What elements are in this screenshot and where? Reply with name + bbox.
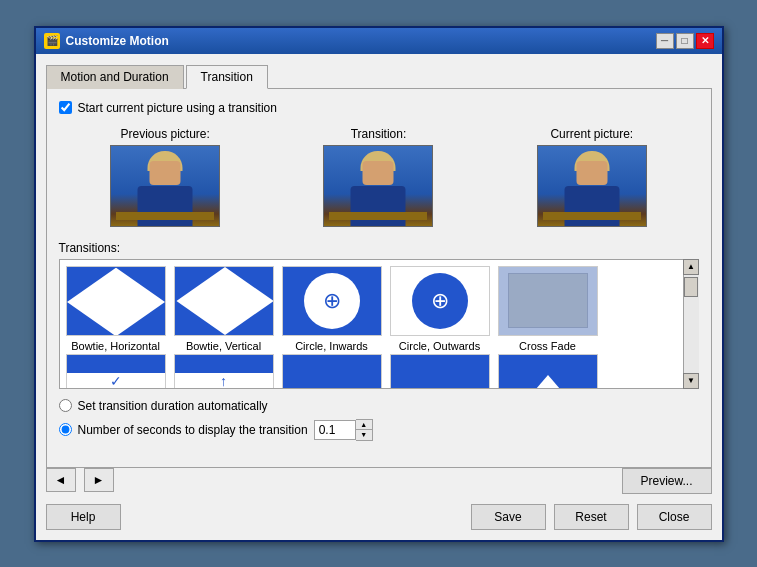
num-seconds-row: Number of seconds to display the transit… <box>59 419 699 441</box>
auto-duration-label: Set transition duration automatically <box>78 399 268 413</box>
options-section: Set transition duration automatically Nu… <box>59 399 699 441</box>
transition-bowtie-v-label: Bowtie, Vertical <box>186 340 261 352</box>
scroll-thumb[interactable] <box>684 277 698 297</box>
previous-picture-label: Previous picture: <box>120 127 209 141</box>
preview-area: Preview... <box>122 468 712 494</box>
close-button[interactable]: Close <box>637 504 712 530</box>
window-body: Motion and Duration Transition Start cur… <box>36 54 722 540</box>
transition-cross-fade[interactable]: Cross Fade <box>498 266 598 352</box>
transition-bowtie-h-label: Bowtie, Horizontal <box>71 340 160 352</box>
check-icon-1: ✓ <box>110 373 122 389</box>
pictures-row: Previous picture: <box>59 127 699 227</box>
tabs: Motion and Duration Transition <box>46 64 712 89</box>
transitions-second-row: ✓ ↑ <box>66 354 692 389</box>
transition-thumb-second-3 <box>282 354 382 389</box>
seconds-spinner: ▲ ▼ <box>314 419 373 441</box>
bowtie-v-arrow-up: ↑ <box>221 273 227 287</box>
start-transition-label: Start current picture using a transition <box>78 101 277 115</box>
current-portrait <box>538 146 646 226</box>
current-picture-frame <box>537 145 647 227</box>
transitions-label: Transitions: <box>59 241 699 255</box>
scroll-down-button[interactable]: ▼ <box>683 373 699 389</box>
title-bar-left: 🎬 Customize Motion <box>44 33 169 49</box>
seconds-input[interactable] <box>314 420 356 440</box>
prev-button[interactable]: ◄ <box>46 468 76 492</box>
current-picture-label: Current picture: <box>550 127 633 141</box>
previous-picture-frame <box>110 145 220 227</box>
window-title: Customize Motion <box>66 34 169 48</box>
prev-icon: ◄ <box>55 473 67 487</box>
scrollbar-vertical: ▲ ▼ <box>683 259 699 389</box>
check-icon-2: ↑ <box>220 373 227 389</box>
spinner-buttons: ▲ ▼ <box>356 419 373 441</box>
current-picture-col: Current picture: <box>537 127 647 227</box>
circle-out-arrows: ⊕ <box>431 288 449 314</box>
minimize-button[interactable]: ─ <box>656 33 674 49</box>
bowtie-v-graphic: ↑ ↓ <box>175 267 273 335</box>
circle-inwards-inner: ⊕ <box>304 273 360 329</box>
close-window-button[interactable]: ✕ <box>696 33 714 49</box>
transition-preview-frame <box>323 145 433 227</box>
spinner-up-button[interactable]: ▲ <box>356 420 372 430</box>
customize-motion-window: 🎬 Customize Motion ─ □ ✕ Motion and Dura… <box>34 26 724 542</box>
window-icon: 🎬 <box>44 33 60 49</box>
num-seconds-label: Number of seconds to display the transit… <box>78 423 308 437</box>
transition-thumb-circle-out: ⊕ <box>390 266 490 336</box>
btn-group-right: Save Reset Close <box>471 504 712 530</box>
spinner-down-button[interactable]: ▼ <box>356 430 372 440</box>
bowtie-h-arrow-right: → <box>125 294 137 308</box>
previous-picture-col: Previous picture: <box>110 127 220 227</box>
circle-outwards-graphic: ⊕ <box>391 267 489 335</box>
transition-bowtie-h[interactable]: ← → Bowtie, Horizontal <box>66 266 166 352</box>
transition-thumb-second-1: ✓ <box>66 354 166 389</box>
circle-inwards-graphic: ⊕ <box>283 267 381 335</box>
bowtie-v-arrow-down: ↓ <box>221 315 227 329</box>
arrow-up-shape <box>536 375 560 389</box>
second-thumb-partial-2: ↑ <box>175 373 273 389</box>
scroll-up-button[interactable]: ▲ <box>683 259 699 275</box>
transition-preview-col: Transition: <box>323 127 433 227</box>
start-transition-row: Start current picture using a transition <box>59 101 699 115</box>
cross-fade-graphic <box>499 267 597 335</box>
title-bar: 🎬 Customize Motion ─ □ ✕ <box>36 28 722 54</box>
transition-thumb-second-4 <box>390 354 490 389</box>
transition-thumb-bowtie-h: ← → <box>66 266 166 336</box>
second-thumb-partial-1: ✓ <box>67 373 165 389</box>
maximize-button[interactable]: □ <box>676 33 694 49</box>
transition-preview-label: Transition: <box>351 127 407 141</box>
transition-portrait <box>324 146 432 226</box>
bottom-buttons: Help Save Reset Close <box>46 504 712 530</box>
bowtie-h-graphic: ← → <box>67 267 165 335</box>
transitions-grid: ← → Bowtie, Horizontal <box>66 266 692 352</box>
cross-fade-box <box>508 273 588 328</box>
transition-circle-in[interactable]: ⊕ Circle, Inwards <box>282 266 382 352</box>
transition-cross-fade-label: Cross Fade <box>519 340 576 352</box>
bowtie-h-arrow-left: ← <box>105 293 119 309</box>
num-seconds-radio[interactable] <box>59 423 72 436</box>
auto-duration-row: Set transition duration automatically <box>59 399 699 413</box>
transition-thumb-second-2: ↑ <box>174 354 274 389</box>
title-buttons: ─ □ ✕ <box>656 33 714 49</box>
preview-button[interactable]: Preview... <box>622 468 712 494</box>
transition-bowtie-v[interactable]: ↑ ↓ Bowtie, Vertical <box>174 266 274 352</box>
next-icon: ► <box>93 473 105 487</box>
transitions-grid-wrapper: ← → Bowtie, Horizontal <box>59 259 699 389</box>
auto-duration-radio[interactable] <box>59 399 72 412</box>
save-button[interactable]: Save <box>471 504 546 530</box>
tab-motion[interactable]: Motion and Duration <box>46 65 184 89</box>
nav-row: ◄ ► Preview... <box>46 468 712 494</box>
previous-picture-portrait <box>111 146 219 226</box>
reset-button[interactable]: Reset <box>554 504 629 530</box>
start-transition-checkbox[interactable] <box>59 101 72 114</box>
circle-outwards-inner: ⊕ <box>412 273 468 329</box>
circle-in-arrows: ⊕ <box>323 288 341 314</box>
transition-thumb-circle-in: ⊕ <box>282 266 382 336</box>
transitions-section: Transitions: ← → <box>59 241 699 389</box>
tab-content-transition: Start current picture using a transition… <box>46 89 712 468</box>
tab-transition[interactable]: Transition <box>186 65 268 89</box>
transition-circle-out[interactable]: ⊕ Circle, Outwards <box>390 266 490 352</box>
transition-circle-out-label: Circle, Outwards <box>399 340 480 352</box>
next-button[interactable]: ► <box>84 468 114 492</box>
help-button[interactable]: Help <box>46 504 121 530</box>
transition-thumb-bowtie-v: ↑ ↓ <box>174 266 274 336</box>
